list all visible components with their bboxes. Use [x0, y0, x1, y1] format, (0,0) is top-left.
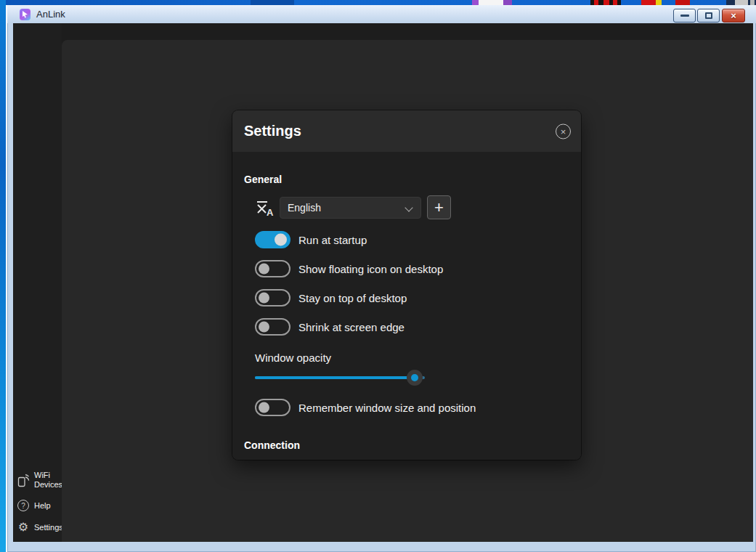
plus-icon: + — [434, 200, 444, 216]
sidebar-item-help[interactable]: ? Help — [13, 495, 62, 516]
settings-dialog: Settings × General A English — [232, 110, 581, 460]
setting-row-remember-window: Remember window size and position — [255, 399, 569, 416]
toggle-knob — [275, 234, 287, 246]
dialog-close-button[interactable]: × — [556, 123, 571, 139]
opacity-slider[interactable] — [255, 370, 425, 386]
toggle-knob — [259, 402, 269, 413]
app-logo-icon — [20, 9, 31, 20]
sidebar-item-settings[interactable]: ⚙ Settings — [13, 516, 62, 538]
maximize-icon — [705, 12, 712, 19]
maximize-button[interactable] — [697, 9, 720, 23]
language-selected-value: English — [288, 202, 321, 214]
toggle-knob — [259, 293, 269, 304]
sidebar-item-label: Settings — [34, 523, 63, 532]
minimize-icon — [680, 15, 689, 17]
toggle-label: Remember window size and position — [298, 402, 476, 414]
window-title: AnLink — [36, 9, 65, 20]
language-row: A English + — [255, 195, 569, 219]
phone-wifi-icon — [17, 474, 30, 487]
setting-row-shrink-edge: Shrink at screen edge — [255, 318, 569, 336]
titlebar[interactable]: AnLink — [7, 5, 756, 23]
desktop: AnLink × WiFi Devices — [0, 0, 756, 552]
close-icon: × — [731, 11, 736, 20]
close-window-button[interactable]: × — [722, 9, 745, 23]
desktop-background-sliver — [0, 0, 756, 5]
translate-icon: A — [255, 199, 274, 216]
sidebar-item-wifi-devices[interactable]: WiFi Devices — [13, 466, 62, 495]
settings-dialog-body: General A English + — [232, 152, 581, 460]
opacity-slider-thumb[interactable] — [407, 370, 423, 386]
sidebar-item-label: Help — [34, 501, 51, 511]
toggle-knob — [259, 264, 269, 275]
add-language-button[interactable]: + — [427, 195, 451, 219]
chevron-down-icon — [405, 203, 412, 211]
stay-on-top-toggle[interactable] — [255, 289, 290, 307]
settings-dialog-header: Settings × — [232, 110, 581, 152]
dialog-title: Settings — [244, 123, 301, 139]
shrink-at-edge-toggle[interactable] — [255, 318, 290, 336]
opacity-slider-fill — [255, 376, 415, 379]
setting-row-floating-icon: Show floating icon on desktop — [255, 260, 569, 277]
close-circle-icon: × — [561, 126, 566, 136]
section-title-connection: Connection — [244, 439, 569, 451]
minimize-button[interactable] — [673, 9, 696, 23]
sidebar: WiFi Devices ? Help ⚙ Settings — [13, 23, 62, 542]
help-icon: ? — [17, 500, 30, 511]
section-title-general: General — [244, 152, 569, 185]
desktop-background-left — [0, 0, 6, 552]
remember-window-toggle[interactable] — [255, 399, 290, 416]
sidebar-item-label: WiFi Devices — [34, 471, 62, 490]
svg-text:A: A — [267, 207, 274, 216]
setting-row-stay-on-top: Stay on top of desktop — [255, 289, 569, 307]
sidebar-items: WiFi Devices ? Help ⚙ Settings — [13, 466, 62, 538]
toggle-label: Show floating icon on desktop — [298, 263, 443, 275]
gear-icon: ⚙ — [17, 521, 30, 533]
language-dropdown[interactable]: English — [280, 197, 421, 219]
window-opacity-label: Window opacity — [255, 352, 569, 364]
toggle-knob — [259, 322, 269, 333]
run-at-startup-toggle[interactable] — [255, 231, 290, 248]
toggle-label: Stay on top of desktop — [298, 292, 407, 304]
toggle-label: Run at startup — [298, 234, 367, 246]
floating-icon-toggle[interactable] — [255, 260, 290, 277]
toggle-label: Shrink at screen edge — [298, 321, 405, 333]
setting-row-run-at-startup: Run at startup — [255, 231, 569, 248]
